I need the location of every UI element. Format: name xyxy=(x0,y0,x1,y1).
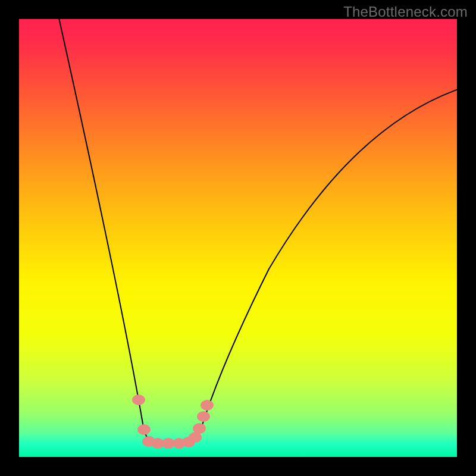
plot-area xyxy=(19,19,457,457)
pink-marker xyxy=(132,394,145,405)
pink-marker xyxy=(201,400,214,411)
chart-frame: TheBottleneck.com xyxy=(0,0,476,476)
watermark-text: TheBottleneck.com xyxy=(343,4,468,20)
pink-marker xyxy=(137,424,151,435)
chart-svg xyxy=(19,19,457,457)
pink-marker xyxy=(193,423,206,434)
chart-background xyxy=(19,19,457,457)
pink-marker xyxy=(197,411,210,422)
